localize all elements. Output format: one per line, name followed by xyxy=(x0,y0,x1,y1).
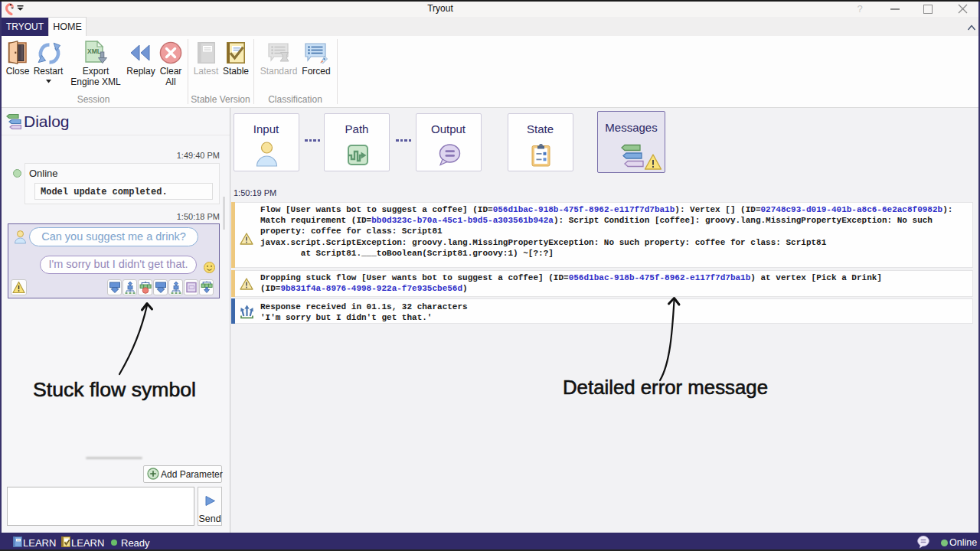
svg-text:Detailed error message: Detailed error message xyxy=(563,376,768,399)
svg-text:XML: XML xyxy=(87,47,101,55)
svg-text:Stuck flow symbol: Stuck flow symbol xyxy=(33,378,196,401)
